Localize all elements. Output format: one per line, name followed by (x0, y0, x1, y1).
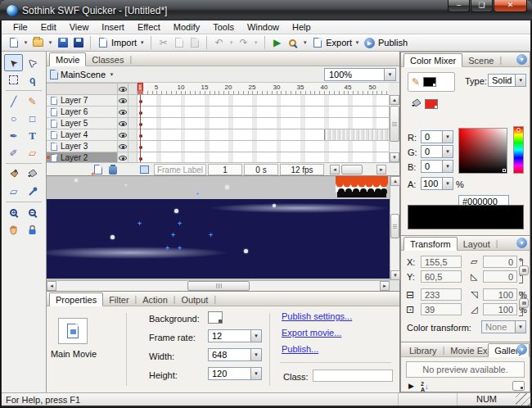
green-spinner[interactable]: ▼ (442, 146, 453, 157)
visibility-toggle[interactable] (118, 107, 128, 118)
expand-button[interactable]: ▶ (408, 382, 414, 390)
zoom-out-tool[interactable]: − (23, 204, 42, 221)
visibility-toggle[interactable] (118, 129, 128, 141)
blue-input[interactable]: 0▼ (421, 160, 453, 173)
pen-tool[interactable]: ✒ (4, 127, 23, 144)
delete-layer-button[interactable] (109, 165, 117, 176)
save-all-button[interactable] (71, 36, 85, 50)
tab-movie-explorer[interactable]: Movie Exp (444, 344, 488, 356)
layer-row[interactable]: Layer 7 (47, 95, 138, 107)
open-dropdown[interactable]: ▼ (47, 40, 54, 45)
skew-v-input[interactable]: 0 (483, 270, 517, 283)
menu-insert[interactable]: Insert (95, 21, 131, 33)
scroll-thumb[interactable] (390, 106, 399, 142)
lock-tool[interactable] (23, 221, 42, 238)
play-movie-button[interactable]: ▶ (270, 36, 284, 50)
visibility-toggle[interactable] (118, 95, 128, 107)
eyedropper-tool[interactable] (23, 183, 42, 200)
fill-color-swatch[interactable] (425, 99, 438, 109)
ink-bottle-tool[interactable] (4, 165, 23, 183)
pencil-tool[interactable]: ✎ (23, 93, 42, 110)
scale-y-input[interactable]: 100 (483, 303, 517, 315)
frame-grid[interactable] (138, 95, 389, 162)
save-button[interactable] (56, 36, 70, 50)
frame-track[interactable] (138, 129, 389, 141)
frame-rate-input[interactable]: 12▼ (208, 329, 262, 342)
copy-button[interactable] (172, 36, 186, 50)
line-tool[interactable]: ╱ (4, 93, 23, 110)
open-button[interactable] (31, 36, 45, 50)
scroll-down-button[interactable]: ▼ (390, 270, 400, 280)
lock-toggle[interactable] (128, 141, 138, 152)
scroll-left-button[interactable]: ◄ (47, 281, 56, 291)
paste-button[interactable] (187, 36, 201, 50)
undo-dropdown[interactable]: ▼ (228, 40, 235, 45)
redo-dropdown[interactable]: ▼ (252, 40, 259, 45)
tab-output[interactable]: Output (175, 293, 214, 306)
timeline-zoom-select[interactable]: 100% ▼ (324, 68, 396, 81)
layer-row[interactable]: Layer 4 (47, 129, 138, 141)
height-input[interactable]: 120▼ (208, 367, 262, 380)
paint-bucket-tool[interactable] (23, 165, 42, 183)
lock-toggle[interactable] (128, 107, 138, 118)
visibility-toggle[interactable] (118, 141, 128, 152)
preview-dropdown[interactable]: ▼ (301, 40, 309, 45)
resize-grip[interactable] (516, 393, 530, 406)
width-input[interactable]: 648▼ (208, 348, 262, 361)
frames-scroll-thumb[interactable] (341, 165, 363, 175)
alpha-input[interactable]: 100▼ (421, 177, 453, 190)
brush-tool[interactable]: ✐ (4, 144, 23, 161)
export-movie-link[interactable]: Export movie... (282, 328, 341, 338)
type-select[interactable]: Solid▼ (488, 74, 526, 87)
red-spinner[interactable]: ▼ (442, 131, 453, 143)
tab-scene[interactable]: Scene (462, 54, 499, 66)
lock-toggle[interactable] (128, 95, 138, 107)
background-color-swatch[interactable] (208, 311, 223, 324)
x-input[interactable]: 155,5 (421, 256, 462, 268)
layer-row[interactable]: Layer 6 (47, 107, 138, 118)
width-spinner[interactable]: ▼ (250, 349, 261, 360)
stage-horizontal-scrollbar[interactable]: ◄ ► (47, 280, 390, 291)
new-item-button[interactable] (512, 381, 525, 391)
layer-row[interactable]: Layer 3 (47, 141, 138, 152)
panel-menu-button[interactable]: ▼ (516, 54, 527, 65)
lasso-tool[interactable]: ρ (23, 71, 42, 88)
height-spinner[interactable]: ▼ (250, 368, 261, 379)
minimize-button[interactable]: – (448, 0, 470, 12)
cut-button[interactable]: ✂ (156, 36, 170, 50)
tab-library[interactable]: Library (404, 344, 443, 356)
visibility-column-header[interactable] (118, 83, 128, 95)
tab-properties[interactable]: Properties (49, 292, 103, 306)
menu-effect[interactable]: Effect (131, 21, 167, 33)
link-rotation-button[interactable] (519, 265, 529, 275)
frame-track[interactable] (138, 152, 389, 162)
hand-tool[interactable] (4, 221, 23, 238)
frame-rate-spinner[interactable]: ▼ (250, 330, 261, 342)
link-scale-button[interactable] (519, 298, 529, 308)
preview-button[interactable] (286, 36, 300, 50)
new-dropdown[interactable]: ▼ (22, 40, 29, 45)
skew-h-input[interactable]: 0 (483, 256, 517, 268)
import-button[interactable]: Import (111, 38, 137, 48)
visibility-toggle[interactable] (118, 118, 128, 129)
blue-spinner[interactable]: ▼ (442, 161, 453, 172)
transform-select-tool[interactable] (4, 71, 23, 88)
menu-view[interactable]: View (63, 21, 96, 33)
maximize-button[interactable]: ❏ (471, 0, 493, 12)
undo-button[interactable]: ↶ (212, 36, 226, 50)
frame-span[interactable] (324, 129, 389, 140)
selection-tool[interactable]: ➤ (4, 54, 23, 71)
frames-scroll-right[interactable]: ► (376, 165, 386, 175)
tab-action[interactable]: Action (137, 293, 174, 306)
menu-file[interactable]: File (7, 21, 34, 33)
color-transform-dropdown[interactable]: ▼ (515, 321, 525, 333)
frames-scroll-left[interactable]: ◄ (330, 165, 340, 175)
scroll-up-button[interactable]: ▲ (390, 176, 400, 186)
add-layer-button[interactable] (94, 165, 102, 176)
subselection-tool[interactable]: ➤ (23, 54, 42, 71)
stroke-color-swatch[interactable] (423, 77, 436, 87)
stage-vertical-scrollbar[interactable]: ▲ ▼ (390, 176, 399, 280)
tab-filter[interactable]: Filter (103, 293, 134, 306)
eraser-tool[interactable]: ▱ (23, 144, 42, 161)
export-button[interactable]: Export (326, 38, 352, 48)
